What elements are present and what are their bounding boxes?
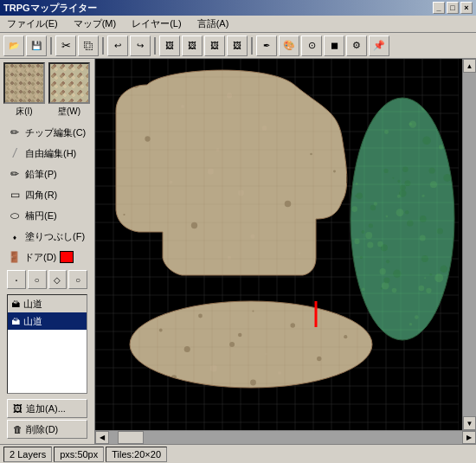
hscroll-thumb[interactable] <box>118 431 144 444</box>
close-button[interactable]: × <box>460 2 473 14</box>
tile-row: 床(I) 壁(W) <box>3 62 91 118</box>
chip-edit-label: チップ編集(C) <box>25 126 86 139</box>
toolbar-img3[interactable]: 🖼 <box>204 35 225 56</box>
tool-rect[interactable]: ▭ 四角(R) <box>3 185 91 204</box>
hscroll-track[interactable] <box>109 431 462 444</box>
toolbar-sep3 <box>154 37 156 55</box>
tool-ellipse[interactable]: ⬭ 楠円(E) <box>3 206 91 225</box>
vscroll-up-button[interactable]: ▲ <box>463 59 476 73</box>
vertical-scrollbar: ▲ ▼ <box>462 59 476 430</box>
toolbar-sep1 <box>50 37 52 55</box>
delete-layer-button[interactable]: 🗑 削除(D) <box>7 420 87 439</box>
menu-map[interactable]: マップ(M) <box>70 16 120 31</box>
door-color-swatch[interactable] <box>60 251 74 263</box>
menu-file[interactable]: ファイル(E) <box>3 16 61 31</box>
toolbar-img2[interactable]: 🖼 <box>182 35 203 56</box>
hscroll-right-button[interactable]: ▶ <box>462 431 476 444</box>
map-section: ▲ ▼ ◀ ▶ <box>95 59 476 444</box>
tool-chip-edit[interactable]: ✏ チップ編集(C) <box>3 123 91 142</box>
maximize-button[interactable]: □ <box>447 2 459 14</box>
layer-label-0: 山道 <box>23 298 42 311</box>
ellipse-label: 楠円(E) <box>25 209 57 222</box>
layer-icon-0: 🏔 <box>11 299 20 309</box>
toolbar-tool4[interactable]: ◼ <box>324 35 344 56</box>
map-area[interactable] <box>95 59 462 430</box>
toolbar-tool3[interactable]: ⊙ <box>301 35 322 56</box>
toolbar-undo[interactable]: ↩ <box>107 35 128 56</box>
layer-actions: 🖼 追加(A)... 🗑 削除(D) <box>3 397 91 440</box>
tile-wall-label: 壁(W) <box>58 106 80 118</box>
toolbar-img1[interactable]: 🖼 <box>159 35 180 56</box>
main-content: 床(I) 壁(W) ✏ チップ編集(C) / 自由編集(H) ✏ 鉛筆(P) ▭… <box>0 59 476 444</box>
horizontal-scrollbar: ◀ ▶ <box>95 430 476 444</box>
rect-icon: ▭ <box>8 188 22 202</box>
toolbar-tool2[interactable]: 🎨 <box>279 35 299 56</box>
toolbar-new[interactable]: 📂 <box>3 35 24 56</box>
toolbar-cut[interactable]: ✂ <box>55 35 76 56</box>
free-edit-icon: / <box>8 146 22 160</box>
fill-icon: ⬧ <box>8 229 22 243</box>
door-icon: 🚪 <box>7 250 21 264</box>
toolbar-sep4 <box>251 37 253 55</box>
fill-label: 塗りつぶし(F) <box>25 230 85 243</box>
window-controls: _ □ × <box>433 2 473 14</box>
add-label: 追加(A)... <box>26 402 66 415</box>
vscroll-track[interactable] <box>463 73 476 416</box>
pencil-icon: ✏ <box>8 167 22 181</box>
layer-label-1: 山道 <box>23 315 42 328</box>
status-layers: 2 Layers <box>3 447 52 462</box>
shape-btn-4[interactable]: ○ <box>68 270 87 289</box>
layer-icon-1: 🏔 <box>11 317 20 326</box>
tile-floor[interactable] <box>3 62 45 104</box>
layer-item-1[interactable]: 🏔 山道 <box>8 312 87 330</box>
toolbar-tool5[interactable]: ⚙ <box>346 35 367 56</box>
toolbar-copy[interactable]: ⿻ <box>78 35 99 56</box>
toolbar-save[interactable]: 💾 <box>26 35 47 56</box>
add-icon: 🖼 <box>13 403 23 414</box>
minimize-button[interactable]: _ <box>433 2 445 14</box>
shape-row: · ○ ◇ ○ <box>3 268 91 291</box>
delete-label: 削除(D) <box>26 423 58 436</box>
menu-layer[interactable]: レイヤー(L) <box>128 16 184 31</box>
chip-edit-icon: ✏ <box>8 125 22 139</box>
door-row[interactable]: 🚪 ドア(D) <box>3 248 91 267</box>
status-bar: 2 Layers pxs:50px Tiles:20×20 <box>0 444 476 463</box>
toolbar-tool6[interactable]: 📌 <box>369 35 389 56</box>
add-layer-button[interactable]: 🖼 追加(A)... <box>7 399 87 418</box>
status-pixels: pxs:50px <box>54 447 104 462</box>
menu-bar: ファイル(E) マップ(M) レイヤー(L) 言語(A) <box>0 16 476 33</box>
shape-btn-1[interactable]: · <box>7 270 26 289</box>
layer-list: 🏔 山道 🏔 山道 <box>7 294 87 394</box>
toolbar-tool1[interactable]: ✒ <box>256 35 277 56</box>
title-bar: TRPGマップライター _ □ × <box>0 0 476 16</box>
map-with-scroll: ▲ ▼ <box>95 59 476 430</box>
tile-floor-label: 床(I) <box>16 106 32 118</box>
door-label: ドア(D) <box>24 251 56 264</box>
window-title: TRPGマップライター <box>3 2 97 15</box>
map-canvas[interactable] <box>95 59 459 430</box>
layer-item-0[interactable]: 🏔 山道 <box>8 295 87 312</box>
tool-pencil[interactable]: ✏ 鉛筆(P) <box>3 164 91 183</box>
toolbar-img4[interactable]: 🖼 <box>227 35 248 56</box>
delete-icon: 🗑 <box>13 424 23 434</box>
tool-fill[interactable]: ⬧ 塗りつぶし(F) <box>3 227 91 246</box>
pencil-label: 鉛筆(P) <box>25 168 57 181</box>
toolbar: 📂 💾 ✂ ⿻ ↩ ↪ 🖼 🖼 🖼 🖼 ✒ 🎨 ⊙ ◼ ⚙ 📌 <box>0 33 476 59</box>
hscroll-left-button[interactable]: ◀ <box>95 431 109 444</box>
ellipse-icon: ⬭ <box>8 209 22 222</box>
tool-free-edit[interactable]: / 自由編集(H) <box>3 144 91 163</box>
vscroll-down-button[interactable]: ▼ <box>463 416 476 430</box>
tile-wall[interactable] <box>48 62 90 104</box>
shape-btn-3[interactable]: ◇ <box>48 270 68 289</box>
menu-language[interactable]: 言語(A) <box>194 16 233 31</box>
toolbar-sep2 <box>102 37 104 55</box>
shape-btn-2[interactable]: ○ <box>28 270 47 289</box>
left-panel: 床(I) 壁(W) ✏ チップ編集(C) / 自由編集(H) ✏ 鉛筆(P) ▭… <box>0 59 95 444</box>
toolbar-redo[interactable]: ↪ <box>130 35 151 56</box>
status-tiles: Tiles:20×20 <box>106 447 167 462</box>
free-edit-label: 自由編集(H) <box>25 147 76 160</box>
rect-label: 四角(R) <box>25 189 57 202</box>
